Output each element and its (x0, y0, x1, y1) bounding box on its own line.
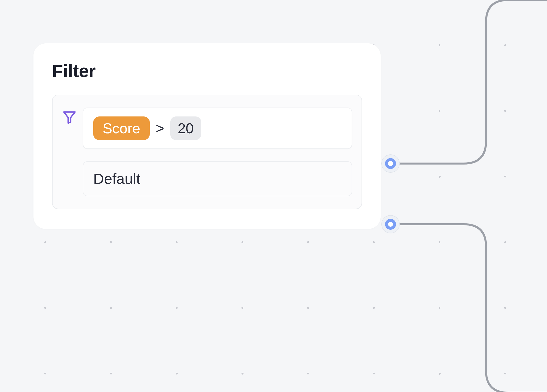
default-row: Default (62, 161, 352, 196)
default-label: Default (93, 170, 140, 187)
edge-default-output (399, 216, 547, 392)
condition-row: Score > 20 (62, 108, 352, 149)
default-condition-box[interactable]: Default (83, 161, 352, 196)
funnel-icon (62, 110, 77, 124)
output-port-condition[interactable] (382, 155, 399, 172)
filter-node-title: Filter (52, 61, 362, 81)
condition-field-tag[interactable]: Score (93, 116, 150, 140)
conditions-container: Score > 20 Default (52, 95, 362, 209)
filter-node-card[interactable]: Filter Score > 20 Default (33, 43, 381, 229)
edge-condition-output (399, 0, 547, 173)
condition-expression-box[interactable]: Score > 20 (83, 108, 352, 149)
port-inner (385, 219, 396, 230)
port-inner (385, 158, 396, 169)
condition-operator[interactable]: > (156, 120, 164, 137)
condition-value-tag[interactable]: 20 (170, 116, 201, 140)
output-port-default[interactable] (382, 216, 399, 233)
